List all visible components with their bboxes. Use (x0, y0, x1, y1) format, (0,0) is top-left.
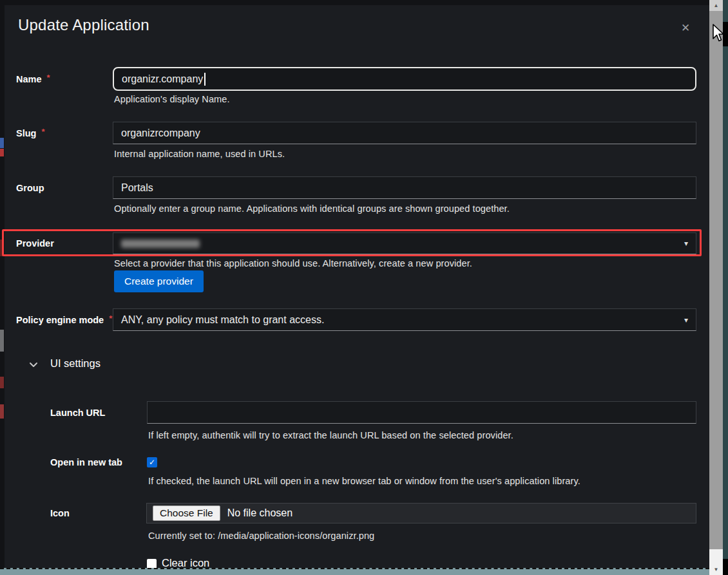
check-icon: ✓ (149, 458, 155, 467)
policy-engine-mode-select[interactable]: ANY, any policy must match to grant acce… (113, 308, 696, 331)
required-asterisk: * (47, 73, 50, 82)
background-page-fragment (0, 240, 4, 256)
close-icon[interactable]: ✕ (677, 19, 694, 36)
open-in-new-tab-label: Open in new tab (50, 456, 122, 469)
icon-file-input[interactable]: Choose File No file chosen (146, 503, 696, 523)
background-page-fragment (0, 377, 4, 388)
chevron-down-icon (29, 362, 38, 368)
background-page-bottom-strip (0, 568, 709, 575)
screen: Update Application ✕ Name * organizr.com… (0, 0, 728, 575)
group-help: Optionally enter a group name. Applicati… (114, 203, 510, 214)
group-input-value: Portals (121, 182, 153, 194)
scroll-up-icon[interactable]: ▲ (709, 0, 723, 11)
background-page-fragment (0, 138, 4, 148)
group-input[interactable]: Portals (113, 176, 696, 199)
slug-label: Slug * (16, 122, 44, 144)
create-provider-button[interactable]: Create provider (114, 270, 204, 292)
screen-edge-notch (723, 559, 728, 575)
modal-title: Update Application (18, 16, 149, 34)
icon-label: Icon (50, 503, 70, 523)
launch-url-help: If left empty, authentik will try to ext… (148, 430, 513, 440)
open-in-new-tab-help: If checked, the launch URL will open in … (148, 476, 580, 486)
scrollbar[interactable]: ▲ ▼ (709, 0, 723, 575)
icon-help: Currently set to: /media/application-ico… (148, 531, 374, 541)
slug-input-value: organizrcompany (121, 127, 200, 139)
required-asterisk: * (109, 314, 112, 323)
name-input-value: organizr.company (122, 73, 203, 85)
background-page-fragment (0, 404, 4, 419)
launch-url-input[interactable] (147, 401, 696, 424)
ui-settings-label: UI settings (50, 357, 101, 370)
name-input[interactable]: organizr.company (113, 67, 696, 91)
policy-engine-mode-label: Policy engine mode * (16, 308, 112, 331)
slug-input[interactable]: organizrcompany (113, 122, 696, 144)
required-asterisk: * (41, 127, 44, 137)
scrollbar-thumb[interactable] (709, 11, 723, 549)
clear-icon-checkbox[interactable] (147, 559, 157, 568)
file-status-text: No file chosen (227, 507, 292, 519)
provider-help: Select a provider that this application … (114, 258, 472, 269)
slug-help: Internal application name, used in URLs. (114, 149, 285, 159)
text-cursor (204, 73, 206, 86)
name-help: Application's display Name. (114, 94, 230, 104)
scroll-down-icon[interactable]: ▼ (709, 564, 723, 575)
provider-value-redacted (121, 240, 200, 248)
clear-icon-label: Clear icon (162, 557, 209, 568)
open-in-new-tab-checkbox[interactable]: ✓ (147, 457, 157, 467)
provider-label: Provider (16, 232, 54, 254)
caret-down-icon: ▾ (684, 316, 688, 325)
screen-edge-notch (723, 22, 728, 46)
group-label: Group (16, 176, 44, 199)
choose-file-button[interactable]: Choose File (153, 505, 220, 521)
background-page-fragment (0, 330, 4, 352)
ui-settings-toggle[interactable]: UI settings (29, 357, 158, 372)
policy-engine-mode-value: ANY, any policy must match to grant acce… (121, 314, 324, 326)
provider-select[interactable]: ▾ (113, 232, 696, 254)
caret-down-icon: ▾ (684, 239, 688, 248)
background-page-fragment (0, 149, 4, 156)
screen-right-edge (723, 0, 728, 575)
update-application-modal: Update Application ✕ Name * organizr.com… (5, 5, 709, 568)
launch-url-label: Launch URL (50, 401, 105, 424)
name-label: Name * (16, 67, 50, 91)
